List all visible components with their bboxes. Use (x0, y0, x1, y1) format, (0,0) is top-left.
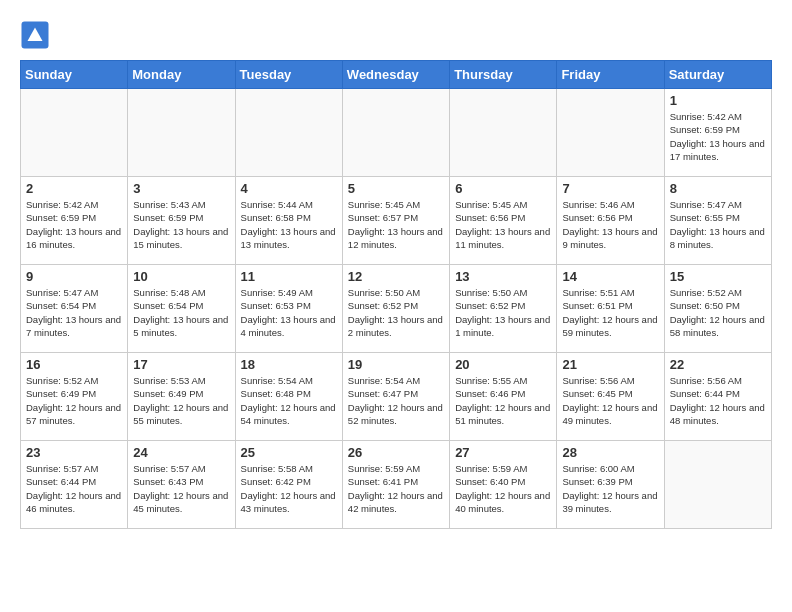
day-info: Sunrise: 5:56 AM Sunset: 6:45 PM Dayligh… (562, 374, 658, 427)
calendar-cell (664, 441, 771, 529)
day-number: 1 (670, 93, 766, 108)
calendar-cell: 20Sunrise: 5:55 AM Sunset: 6:46 PM Dayli… (450, 353, 557, 441)
calendar-cell: 24Sunrise: 5:57 AM Sunset: 6:43 PM Dayli… (128, 441, 235, 529)
day-info: Sunrise: 5:45 AM Sunset: 6:57 PM Dayligh… (348, 198, 444, 251)
calendar-cell: 12Sunrise: 5:50 AM Sunset: 6:52 PM Dayli… (342, 265, 449, 353)
day-number: 19 (348, 357, 444, 372)
day-info: Sunrise: 5:58 AM Sunset: 6:42 PM Dayligh… (241, 462, 337, 515)
logo-icon (20, 20, 50, 50)
calendar-cell: 28Sunrise: 6:00 AM Sunset: 6:39 PM Dayli… (557, 441, 664, 529)
day-number: 11 (241, 269, 337, 284)
day-number: 8 (670, 181, 766, 196)
weekday-header-thursday: Thursday (450, 61, 557, 89)
calendar-cell: 1Sunrise: 5:42 AM Sunset: 6:59 PM Daylig… (664, 89, 771, 177)
day-info: Sunrise: 5:42 AM Sunset: 6:59 PM Dayligh… (670, 110, 766, 163)
day-number: 2 (26, 181, 122, 196)
day-number: 24 (133, 445, 229, 460)
weekday-header-wednesday: Wednesday (342, 61, 449, 89)
week-row-3: 9Sunrise: 5:47 AM Sunset: 6:54 PM Daylig… (21, 265, 772, 353)
calendar-cell (128, 89, 235, 177)
day-info: Sunrise: 5:54 AM Sunset: 6:47 PM Dayligh… (348, 374, 444, 427)
day-number: 12 (348, 269, 444, 284)
calendar-cell: 3Sunrise: 5:43 AM Sunset: 6:59 PM Daylig… (128, 177, 235, 265)
calendar-cell: 21Sunrise: 5:56 AM Sunset: 6:45 PM Dayli… (557, 353, 664, 441)
day-info: Sunrise: 5:46 AM Sunset: 6:56 PM Dayligh… (562, 198, 658, 251)
calendar-cell: 14Sunrise: 5:51 AM Sunset: 6:51 PM Dayli… (557, 265, 664, 353)
calendar-cell: 9Sunrise: 5:47 AM Sunset: 6:54 PM Daylig… (21, 265, 128, 353)
calendar-cell: 19Sunrise: 5:54 AM Sunset: 6:47 PM Dayli… (342, 353, 449, 441)
week-row-4: 16Sunrise: 5:52 AM Sunset: 6:49 PM Dayli… (21, 353, 772, 441)
weekday-header-friday: Friday (557, 61, 664, 89)
calendar-cell: 15Sunrise: 5:52 AM Sunset: 6:50 PM Dayli… (664, 265, 771, 353)
day-number: 10 (133, 269, 229, 284)
day-number: 22 (670, 357, 766, 372)
calendar-cell: 25Sunrise: 5:58 AM Sunset: 6:42 PM Dayli… (235, 441, 342, 529)
day-number: 26 (348, 445, 444, 460)
calendar-cell: 5Sunrise: 5:45 AM Sunset: 6:57 PM Daylig… (342, 177, 449, 265)
calendar-cell: 10Sunrise: 5:48 AM Sunset: 6:54 PM Dayli… (128, 265, 235, 353)
calendar-cell: 26Sunrise: 5:59 AM Sunset: 6:41 PM Dayli… (342, 441, 449, 529)
day-info: Sunrise: 5:44 AM Sunset: 6:58 PM Dayligh… (241, 198, 337, 251)
day-info: Sunrise: 5:50 AM Sunset: 6:52 PM Dayligh… (455, 286, 551, 339)
calendar-cell: 11Sunrise: 5:49 AM Sunset: 6:53 PM Dayli… (235, 265, 342, 353)
day-info: Sunrise: 5:56 AM Sunset: 6:44 PM Dayligh… (670, 374, 766, 427)
day-number: 5 (348, 181, 444, 196)
day-number: 16 (26, 357, 122, 372)
day-info: Sunrise: 5:57 AM Sunset: 6:44 PM Dayligh… (26, 462, 122, 515)
day-info: Sunrise: 5:43 AM Sunset: 6:59 PM Dayligh… (133, 198, 229, 251)
day-info: Sunrise: 5:50 AM Sunset: 6:52 PM Dayligh… (348, 286, 444, 339)
day-number: 27 (455, 445, 551, 460)
page-header (20, 20, 772, 50)
day-info: Sunrise: 5:51 AM Sunset: 6:51 PM Dayligh… (562, 286, 658, 339)
weekday-header-row: SundayMondayTuesdayWednesdayThursdayFrid… (21, 61, 772, 89)
day-info: Sunrise: 5:48 AM Sunset: 6:54 PM Dayligh… (133, 286, 229, 339)
day-number: 13 (455, 269, 551, 284)
day-number: 4 (241, 181, 337, 196)
day-info: Sunrise: 6:00 AM Sunset: 6:39 PM Dayligh… (562, 462, 658, 515)
weekday-header-monday: Monday (128, 61, 235, 89)
day-number: 14 (562, 269, 658, 284)
calendar-cell: 27Sunrise: 5:59 AM Sunset: 6:40 PM Dayli… (450, 441, 557, 529)
calendar-cell: 2Sunrise: 5:42 AM Sunset: 6:59 PM Daylig… (21, 177, 128, 265)
calendar-cell: 13Sunrise: 5:50 AM Sunset: 6:52 PM Dayli… (450, 265, 557, 353)
day-number: 28 (562, 445, 658, 460)
day-number: 25 (241, 445, 337, 460)
calendar-cell: 7Sunrise: 5:46 AM Sunset: 6:56 PM Daylig… (557, 177, 664, 265)
day-info: Sunrise: 5:52 AM Sunset: 6:50 PM Dayligh… (670, 286, 766, 339)
day-info: Sunrise: 5:52 AM Sunset: 6:49 PM Dayligh… (26, 374, 122, 427)
week-row-1: 1Sunrise: 5:42 AM Sunset: 6:59 PM Daylig… (21, 89, 772, 177)
logo (20, 20, 54, 50)
day-number: 9 (26, 269, 122, 284)
calendar-cell: 17Sunrise: 5:53 AM Sunset: 6:49 PM Dayli… (128, 353, 235, 441)
calendar-table: SundayMondayTuesdayWednesdayThursdayFrid… (20, 60, 772, 529)
day-info: Sunrise: 5:47 AM Sunset: 6:54 PM Dayligh… (26, 286, 122, 339)
day-info: Sunrise: 5:49 AM Sunset: 6:53 PM Dayligh… (241, 286, 337, 339)
day-info: Sunrise: 5:42 AM Sunset: 6:59 PM Dayligh… (26, 198, 122, 251)
calendar-cell: 16Sunrise: 5:52 AM Sunset: 6:49 PM Dayli… (21, 353, 128, 441)
calendar-cell: 6Sunrise: 5:45 AM Sunset: 6:56 PM Daylig… (450, 177, 557, 265)
calendar-cell: 4Sunrise: 5:44 AM Sunset: 6:58 PM Daylig… (235, 177, 342, 265)
weekday-header-saturday: Saturday (664, 61, 771, 89)
calendar-cell: 22Sunrise: 5:56 AM Sunset: 6:44 PM Dayli… (664, 353, 771, 441)
weekday-header-sunday: Sunday (21, 61, 128, 89)
calendar-cell (557, 89, 664, 177)
week-row-5: 23Sunrise: 5:57 AM Sunset: 6:44 PM Dayli… (21, 441, 772, 529)
day-info: Sunrise: 5:59 AM Sunset: 6:40 PM Dayligh… (455, 462, 551, 515)
day-info: Sunrise: 5:54 AM Sunset: 6:48 PM Dayligh… (241, 374, 337, 427)
day-number: 21 (562, 357, 658, 372)
calendar-cell (342, 89, 449, 177)
day-number: 18 (241, 357, 337, 372)
day-number: 17 (133, 357, 229, 372)
day-number: 23 (26, 445, 122, 460)
day-info: Sunrise: 5:47 AM Sunset: 6:55 PM Dayligh… (670, 198, 766, 251)
calendar-cell (21, 89, 128, 177)
weekday-header-tuesday: Tuesday (235, 61, 342, 89)
day-number: 15 (670, 269, 766, 284)
calendar-cell: 8Sunrise: 5:47 AM Sunset: 6:55 PM Daylig… (664, 177, 771, 265)
day-number: 3 (133, 181, 229, 196)
calendar-cell: 23Sunrise: 5:57 AM Sunset: 6:44 PM Dayli… (21, 441, 128, 529)
day-info: Sunrise: 5:59 AM Sunset: 6:41 PM Dayligh… (348, 462, 444, 515)
day-number: 7 (562, 181, 658, 196)
calendar-cell: 18Sunrise: 5:54 AM Sunset: 6:48 PM Dayli… (235, 353, 342, 441)
calendar-cell (235, 89, 342, 177)
